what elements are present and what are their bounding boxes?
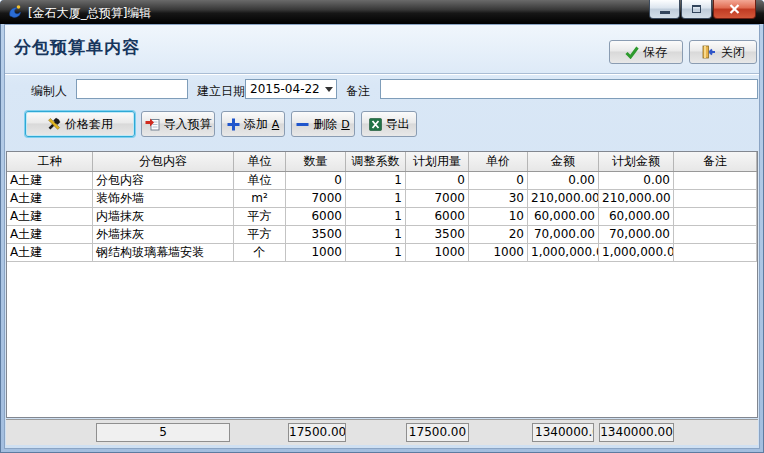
header-cell[interactable]: 工种 bbox=[7, 152, 93, 171]
table-cell[interactable]: 6000 bbox=[406, 208, 469, 225]
table-cell[interactable]: 10 bbox=[469, 208, 528, 225]
table-cell[interactable]: 3500 bbox=[286, 226, 346, 243]
footer-bar: 5 17500.00 17500.00 1340000.00 1340000.0… bbox=[6, 419, 758, 445]
close-form-label: 关闭 bbox=[721, 44, 745, 61]
table-cell[interactable]: 平方 bbox=[234, 226, 286, 243]
table-cell[interactable]: 0.00 bbox=[599, 172, 674, 189]
table-cell[interactable]: 7000 bbox=[286, 190, 346, 207]
header-cell[interactable]: 数量 bbox=[286, 152, 346, 171]
table-cell[interactable]: 210,000.00 bbox=[599, 190, 674, 207]
header-cell[interactable]: 单位 bbox=[234, 152, 286, 171]
table-cell[interactable]: 1 bbox=[346, 190, 406, 207]
table-cell[interactable] bbox=[674, 226, 757, 243]
close-form-button[interactable]: 关闭 bbox=[689, 40, 757, 64]
table-cell[interactable]: 210,000.00 bbox=[528, 190, 599, 207]
plan-qty-total-box: 17500.00 bbox=[406, 423, 469, 442]
table-cell[interactable]: 0 bbox=[469, 172, 528, 189]
grid-body: A土建分包内容单位01000.000.00A土建装饰外墙m²7000170003… bbox=[7, 172, 757, 262]
table-cell[interactable]: 70,000.00 bbox=[528, 226, 599, 243]
save-label: 保存 bbox=[643, 44, 667, 61]
table-cell[interactable]: A土建 bbox=[7, 190, 93, 207]
table-cell[interactable]: 内墙抹灰 bbox=[93, 208, 234, 225]
remark-input[interactable] bbox=[380, 79, 758, 99]
table-cell[interactable]: 装饰外墙 bbox=[93, 190, 234, 207]
date-label: 建立日期 bbox=[197, 83, 245, 100]
date-combo[interactable]: 2015-04-22 bbox=[245, 79, 337, 99]
table-cell[interactable]: 6000 bbox=[286, 208, 346, 225]
header-cell[interactable]: 计划金额 bbox=[599, 152, 674, 171]
table-cell[interactable] bbox=[674, 244, 757, 261]
add-hotkey: A bbox=[272, 118, 280, 131]
table-row[interactable]: A土建装饰外墙m²70001700030210,000.00210,000.00 bbox=[7, 190, 757, 208]
chevron-down-icon[interactable] bbox=[322, 87, 336, 92]
table-cell[interactable]: 0.00 bbox=[528, 172, 599, 189]
table-cell[interactable]: 7000 bbox=[406, 190, 469, 207]
creator-input[interactable] bbox=[76, 79, 188, 99]
table-cell[interactable]: A土建 bbox=[7, 208, 93, 225]
table-cell[interactable]: 60,000.00 bbox=[528, 208, 599, 225]
export-button[interactable]: 导出 bbox=[361, 111, 417, 137]
minimize-button[interactable] bbox=[649, 0, 680, 19]
delete-button[interactable]: 删除D bbox=[291, 111, 355, 137]
app-icon[interactable] bbox=[7, 4, 23, 20]
table-cell[interactable]: 钢结构玻璃幕墙安装 bbox=[93, 244, 234, 261]
table-cell[interactable]: 3500 bbox=[406, 226, 469, 243]
table-row[interactable]: A土建外墙抹灰平方3500135002070,000.0070,000.00 bbox=[7, 226, 757, 244]
plan-amount-total-box: 1340000.00 bbox=[599, 423, 674, 442]
table-cell[interactable]: 1 bbox=[346, 226, 406, 243]
header-cell[interactable]: 分包内容 bbox=[93, 152, 234, 171]
titlebar[interactable]: [金石大厦_总预算]编辑 bbox=[0, 0, 764, 24]
add-button[interactable]: 添加A bbox=[221, 111, 285, 137]
table-cell[interactable]: 20 bbox=[469, 226, 528, 243]
table-cell[interactable]: 30 bbox=[469, 190, 528, 207]
table-cell[interactable]: 平方 bbox=[234, 208, 286, 225]
creator-label: 编制人 bbox=[31, 83, 67, 100]
table-cell[interactable]: 1 bbox=[346, 172, 406, 189]
table-cell[interactable]: 1,000,000.00 bbox=[599, 244, 674, 261]
table-cell[interactable]: 60,000.00 bbox=[599, 208, 674, 225]
maximize-button[interactable] bbox=[681, 0, 712, 19]
table-cell[interactable]: 单位 bbox=[234, 172, 286, 189]
grid-header: 工种分包内容单位数量调整系数计划用量单价金额计划金额备注 bbox=[7, 152, 757, 172]
table-cell[interactable] bbox=[674, 172, 757, 189]
header-cell[interactable]: 金额 bbox=[528, 152, 599, 171]
window: [金石大厦_总预算]编辑 分包预算单内容 保存 bbox=[0, 0, 764, 453]
table-cell[interactable]: 70,000.00 bbox=[599, 226, 674, 243]
table-cell[interactable]: 外墙抹灰 bbox=[93, 226, 234, 243]
maximize-icon bbox=[692, 5, 701, 13]
table-cell[interactable]: 1000 bbox=[469, 244, 528, 261]
import-icon bbox=[145, 117, 160, 131]
table-cell[interactable]: 1,000,000.00 bbox=[528, 244, 599, 261]
header-cell[interactable]: 计划用量 bbox=[406, 152, 469, 171]
table-cell[interactable]: 1000 bbox=[286, 244, 346, 261]
table-cell[interactable]: A土建 bbox=[7, 244, 93, 261]
table-cell[interactable] bbox=[674, 208, 757, 225]
table-cell[interactable]: 0 bbox=[406, 172, 469, 189]
table-cell[interactable]: 1 bbox=[346, 244, 406, 261]
save-button[interactable]: 保存 bbox=[609, 40, 683, 64]
table-cell[interactable]: A土建 bbox=[7, 226, 93, 243]
add-label: 添加 bbox=[244, 116, 268, 133]
header-cell[interactable]: 备注 bbox=[674, 152, 757, 171]
table-cell[interactable]: 个 bbox=[234, 244, 286, 261]
table-cell[interactable]: 1000 bbox=[406, 244, 469, 261]
close-button[interactable] bbox=[713, 0, 756, 19]
table-cell[interactable]: A土建 bbox=[7, 172, 93, 189]
export-label: 导出 bbox=[386, 116, 410, 133]
table-cell[interactable]: 0 bbox=[286, 172, 346, 189]
window-title: [金石大厦_总预算]编辑 bbox=[28, 5, 151, 22]
table-row[interactable]: A土建钢结构玻璃幕墙安装个10001100010001,000,000.001,… bbox=[7, 244, 757, 262]
import-budget-button[interactable]: 导入预算 bbox=[141, 111, 215, 137]
table-row[interactable]: A土建内墙抹灰平方6000160001060,000.0060,000.00 bbox=[7, 208, 757, 226]
header-cell[interactable]: 单价 bbox=[469, 152, 528, 171]
table-cell[interactable]: m² bbox=[234, 190, 286, 207]
table-cell[interactable]: 分包内容 bbox=[93, 172, 234, 189]
row-count-box: 5 bbox=[96, 423, 230, 442]
table-row[interactable]: A土建分包内容单位01000.000.00 bbox=[7, 172, 757, 190]
price-apply-button[interactable]: 价格套用 bbox=[25, 111, 135, 137]
qty-total-box: 17500.00 bbox=[288, 423, 346, 442]
table-cell[interactable] bbox=[674, 190, 757, 207]
header-cell[interactable]: 调整系数 bbox=[346, 152, 406, 171]
table-cell[interactable]: 1 bbox=[346, 208, 406, 225]
date-value: 2015-04-22 bbox=[246, 82, 322, 96]
